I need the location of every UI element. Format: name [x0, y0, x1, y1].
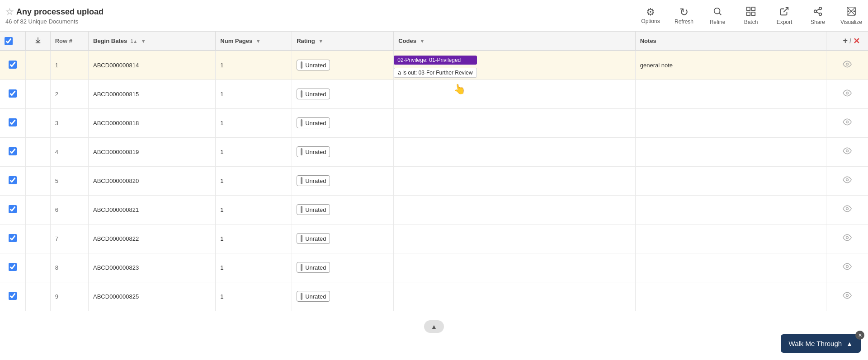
visualize-button[interactable]: Visualize: [840, 6, 863, 25]
row-checkbox[interactable]: [9, 118, 17, 126]
rating-bar-icon: [301, 90, 302, 98]
codes-cell[interactable]: [394, 166, 636, 195]
refresh-label: Refresh: [675, 19, 693, 25]
rating-cell[interactable]: Unrated: [292, 166, 394, 195]
rating-cell[interactable]: Unrated: [292, 51, 394, 79]
begin-bates-header[interactable]: Begin Bates 1▲ ▼: [89, 32, 216, 51]
rating-badge[interactable]: Unrated: [297, 146, 330, 157]
row-checkbox[interactable]: [9, 292, 17, 300]
begin-bates-cell: ABCD000000820: [89, 166, 216, 195]
code-tag[interactable]: 02-Privilege: 01-Privileged: [394, 56, 476, 65]
eye-cell[interactable]: [826, 108, 868, 137]
options-button[interactable]: ⚙ Options: [639, 7, 662, 24]
row-number: 1: [50, 51, 88, 79]
begin-bates-filter-icon[interactable]: ▼: [141, 38, 146, 44]
eye-cell[interactable]: [826, 253, 868, 282]
eye-cell[interactable]: [826, 137, 868, 166]
rating-badge[interactable]: Unrated: [297, 60, 330, 70]
codes-cell[interactable]: [394, 79, 636, 108]
num-pages-filter-icon[interactable]: ▼: [256, 38, 261, 44]
codes-cell[interactable]: [394, 253, 636, 282]
eye-icon[interactable]: [843, 148, 852, 157]
codes-cell[interactable]: [394, 108, 636, 137]
add-column-icon[interactable]: +: [843, 36, 848, 46]
export-button[interactable]: Export: [773, 6, 796, 25]
eye-cell[interactable]: [826, 51, 868, 79]
rating-badge[interactable]: Unrated: [297, 175, 330, 186]
codes-cell[interactable]: [394, 195, 636, 224]
row-checkbox-cell[interactable]: [0, 137, 25, 166]
eye-cell[interactable]: [826, 282, 868, 311]
eye-icon[interactable]: [843, 264, 852, 273]
row-checkbox-cell[interactable]: [0, 253, 25, 282]
table-row: 7ABCD0000008221Unrated: [0, 224, 868, 253]
codes-cell[interactable]: [394, 282, 636, 311]
eye-icon[interactable]: [843, 119, 852, 128]
scroll-up-button[interactable]: ▲: [424, 320, 444, 333]
eye-icon[interactable]: [843, 206, 852, 215]
codes-cell[interactable]: [394, 137, 636, 166]
eye-icon[interactable]: [843, 61, 852, 70]
notes-cell: [635, 195, 826, 224]
rating-badge[interactable]: Unrated: [297, 89, 330, 99]
eye-cell[interactable]: [826, 195, 868, 224]
codes-filter-icon[interactable]: ▼: [420, 38, 425, 44]
rating-cell[interactable]: Unrated: [292, 137, 394, 166]
rating-cell[interactable]: Unrated: [292, 108, 394, 137]
batch-button[interactable]: Batch: [740, 6, 762, 25]
page-title: ☆ Any processed upload: [5, 6, 639, 17]
rating-badge[interactable]: Unrated: [297, 291, 330, 302]
row-checkbox-cell[interactable]: [0, 79, 25, 108]
code-tag[interactable]: a is out: 03-For Further Review: [394, 68, 476, 78]
row-checkbox[interactable]: [9, 234, 17, 242]
row-checkbox-cell[interactable]: [0, 166, 25, 195]
eye-icon[interactable]: [843, 177, 852, 186]
eye-icon[interactable]: [843, 293, 852, 302]
eye-icon[interactable]: [843, 90, 852, 99]
num-pages-header[interactable]: Num Pages ▼: [216, 32, 292, 51]
download-header[interactable]: [25, 32, 50, 51]
rating-badge[interactable]: Unrated: [297, 233, 330, 244]
svg-point-9: [819, 13, 822, 15]
remove-column-icon[interactable]: ✕: [853, 36, 860, 46]
row-checkbox-cell[interactable]: [0, 195, 25, 224]
walk-me-through-close[interactable]: ✕: [855, 331, 864, 340]
select-all-header[interactable]: [0, 32, 25, 51]
refine-button[interactable]: Refine: [706, 6, 729, 25]
rating-badge[interactable]: Unrated: [297, 204, 330, 215]
num-pages-cell: 1: [216, 224, 292, 253]
row-checkbox[interactable]: [9, 147, 17, 155]
share-button[interactable]: Share: [807, 6, 829, 25]
row-checkbox[interactable]: [9, 89, 17, 98]
select-all-checkbox[interactable]: [5, 37, 13, 45]
table-row: 2ABCD0000008151Unrated: [0, 79, 868, 108]
row-checkbox[interactable]: [9, 263, 17, 271]
codes-header[interactable]: Codes ▼: [394, 32, 636, 51]
rating-header[interactable]: Rating ▼: [292, 32, 394, 51]
row-checkbox-cell[interactable]: [0, 224, 25, 253]
rating-badge[interactable]: Unrated: [297, 117, 330, 128]
row-checkbox-cell[interactable]: [0, 282, 25, 311]
refresh-button[interactable]: ↻ Refresh: [673, 7, 695, 25]
eye-cell[interactable]: [826, 79, 868, 108]
rating-cell[interactable]: Unrated: [292, 282, 394, 311]
eye-icon[interactable]: [843, 235, 852, 244]
rating-filter-icon[interactable]: ▼: [318, 38, 323, 44]
codes-cell[interactable]: 02-Privilege: 01-Privilegeda is out: 03-…: [394, 51, 636, 79]
rating-cell[interactable]: Unrated: [292, 253, 394, 282]
documents-table: Row # Begin Bates 1▲ ▼ Num Pages ▼ Ratin…: [0, 32, 868, 311]
eye-cell[interactable]: [826, 224, 868, 253]
row-checkbox[interactable]: [9, 176, 17, 184]
rating-badge[interactable]: Unrated: [297, 262, 330, 273]
rating-cell[interactable]: Unrated: [292, 224, 394, 253]
eye-cell[interactable]: [826, 166, 868, 195]
codes-cell[interactable]: [394, 224, 636, 253]
row-checkbox-cell[interactable]: [0, 108, 25, 137]
row-checkbox[interactable]: [9, 61, 17, 69]
walk-me-through-panel[interactable]: ✕ Walk Me Through ▲: [781, 334, 861, 353]
rating-cell[interactable]: Unrated: [292, 195, 394, 224]
row-checkbox-cell[interactable]: [0, 51, 25, 79]
star-icon[interactable]: ☆: [5, 6, 14, 17]
rating-cell[interactable]: Unrated: [292, 79, 394, 108]
row-checkbox[interactable]: [9, 205, 17, 213]
